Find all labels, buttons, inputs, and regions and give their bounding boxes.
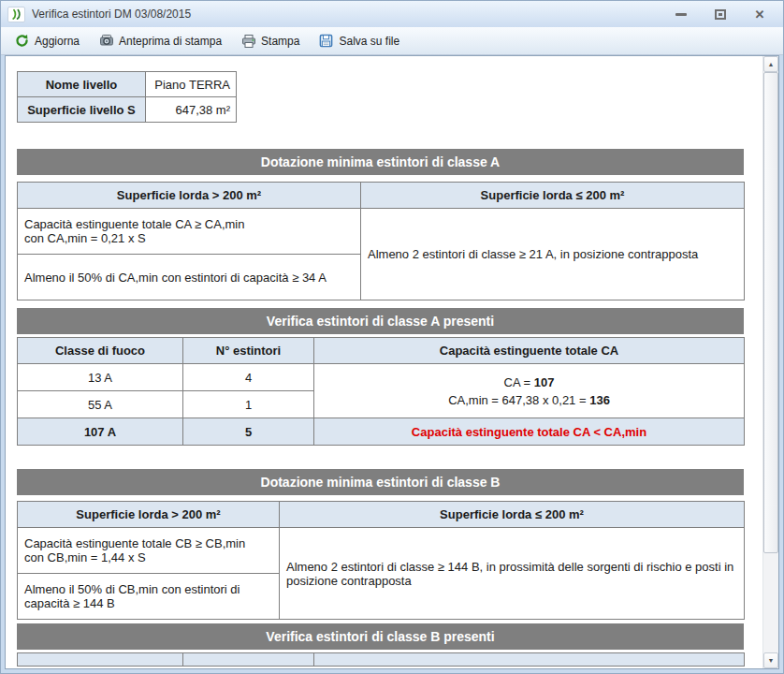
header-cell: Superficie lorda > 200 m² (18, 502, 280, 528)
header-cell: Superficie lorda ≤ 200 m² (361, 183, 745, 209)
data-cell: 1 (183, 391, 314, 418)
rule-cell: Almeno il 50% di CB,min con estintori di… (18, 574, 280, 620)
header-cell: Capacità estinguente totale CA (314, 338, 745, 364)
class-a-check-table: Classe di fuoco N° estintori Capacità es… (17, 337, 745, 446)
table-row: Nome livello Piano TERRA (18, 72, 237, 97)
rule-cell: Almeno 2 estintori di classe ≥ 21 A, in … (361, 209, 745, 300)
section-header-class-b-minimum: Dotazione minima estintori di classe B (17, 469, 744, 495)
section-header-class-a-minimum: Dotazione minima estintori di classe A (17, 149, 744, 175)
ca-line: CA = 107 (321, 374, 737, 391)
header-cell: Superficie lorda > 200 m² (18, 183, 361, 209)
total-fire-cell: 107 A (18, 418, 183, 446)
data-cell: 55 A (18, 391, 183, 418)
table-row: Capacità estinguente totale CA ≥ CA,min … (18, 209, 745, 255)
camin-line: CA,min = 647,38 x 0,21 = 136 (321, 391, 737, 409)
close-icon: ✕ (755, 8, 765, 21)
section-header-class-b-check: Verifica estintori di classe B presenti (17, 623, 744, 650)
stampa-label: Stampa (261, 35, 299, 48)
class-a-minimum-table: Superficie lorda > 200 m² Superficie lor… (17, 182, 745, 300)
table-row: Superficie livello S 647,38 m² (18, 97, 237, 123)
superficie-livello-label: Superficie livello S (18, 97, 146, 123)
anteprima-di-stampa-button[interactable]: Anteprima di stampa (94, 30, 225, 51)
header-cell: N° estintori (183, 338, 314, 364)
table-row: 13 A 4 CA = 107 CA,min = 647,38 x 0,21 =… (18, 364, 745, 391)
section-header-class-a-check: Verifica estintori di classe A presenti (17, 308, 744, 334)
vertical-scrollbar[interactable]: ▲ ▼ (762, 56, 778, 668)
app-window: Verifica estintori DM 03/08/2015 ✕ Aggio… (0, 0, 784, 674)
header-cell: Superficie lorda ≤ 200 m² (280, 502, 745, 528)
capacity-summary-cell: CA = 107 CA,min = 647,38 x 0,21 = 136 (314, 364, 745, 418)
aggiorna-label: Aggiorna (35, 35, 80, 48)
rule-cell: Almeno 2 estintori di classe ≥ 144 B, in… (280, 528, 745, 620)
scroll-down-button[interactable]: ▼ (763, 652, 778, 668)
table-row: Superficie lorda > 200 m² Superficie lor… (18, 183, 745, 209)
close-button[interactable]: ✕ (751, 7, 768, 22)
salva-su-file-button[interactable]: Salva su file (314, 30, 403, 51)
superficie-livello-value: 647,38 m² (146, 97, 237, 123)
table-row: Capacità estinguente totale CB ≥ CB,min … (18, 528, 745, 574)
salva-su-file-label: Salva su file (339, 35, 399, 48)
data-cell: 4 (183, 364, 314, 391)
header-cell (183, 653, 314, 667)
stampa-button[interactable]: Stampa (237, 30, 303, 51)
total-row: 107 A 5 Capacità estinguente totale CA <… (18, 418, 745, 446)
toolbar: Aggiorna Anteprima di stampa (1, 27, 783, 55)
report-document: Nome livello Piano TERRA Superficie live… (6, 56, 762, 668)
printer-icon (240, 33, 256, 49)
header-cell (314, 653, 745, 667)
save-icon (318, 33, 334, 49)
app-icon (7, 7, 25, 22)
arrow-down-icon: ▼ (768, 657, 775, 664)
total-num-cell: 5 (183, 418, 314, 446)
arrow-up-icon: ▲ (768, 61, 775, 67)
print-preview-icon (98, 33, 114, 49)
rule-cell: Capacità estinguente totale CB ≥ CB,min … (18, 528, 280, 574)
title-bar: Verifica estintori DM 03/08/2015 ✕ (1, 1, 783, 27)
class-b-check-table-clipped (17, 652, 745, 667)
verdict-cell: Capacità estinguente totale CA < CA,min (314, 418, 745, 446)
table-row (18, 653, 745, 667)
table-row: Classe di fuoco N° estintori Capacità es… (18, 338, 745, 364)
header-cell (18, 653, 183, 667)
header-cell: Classe di fuoco (18, 338, 183, 364)
anteprima-di-stampa-label: Anteprima di stampa (119, 35, 222, 48)
scroll-up-button[interactable]: ▲ (763, 56, 778, 72)
window-controls: ✕ (673, 7, 768, 22)
scrollbar-thumb[interactable] (763, 72, 778, 553)
maximize-button[interactable] (712, 7, 729, 22)
document-area: Nome livello Piano TERRA Superficie live… (5, 55, 779, 669)
rule-cell: Capacità estinguente totale CA ≥ CA,min … (18, 209, 361, 255)
data-cell: 13 A (18, 364, 183, 391)
minimize-icon (675, 13, 687, 16)
maximize-icon (715, 9, 726, 20)
table-row: Superficie lorda > 200 m² Superficie lor… (18, 502, 745, 528)
nome-livello-label: Nome livello (18, 72, 146, 97)
rule-cell: Almeno il 50% di CA,min con estintori di… (18, 255, 361, 300)
minimize-button[interactable] (673, 7, 690, 22)
aggiorna-button[interactable]: Aggiorna (10, 30, 83, 51)
window-title: Verifica estintori DM 03/08/2015 (32, 7, 673, 21)
refresh-icon (14, 33, 30, 49)
nome-livello-value: Piano TERRA (146, 72, 237, 97)
level-info-table: Nome livello Piano TERRA Superficie live… (17, 71, 237, 123)
class-b-minimum-table: Superficie lorda > 200 m² Superficie lor… (17, 501, 745, 620)
